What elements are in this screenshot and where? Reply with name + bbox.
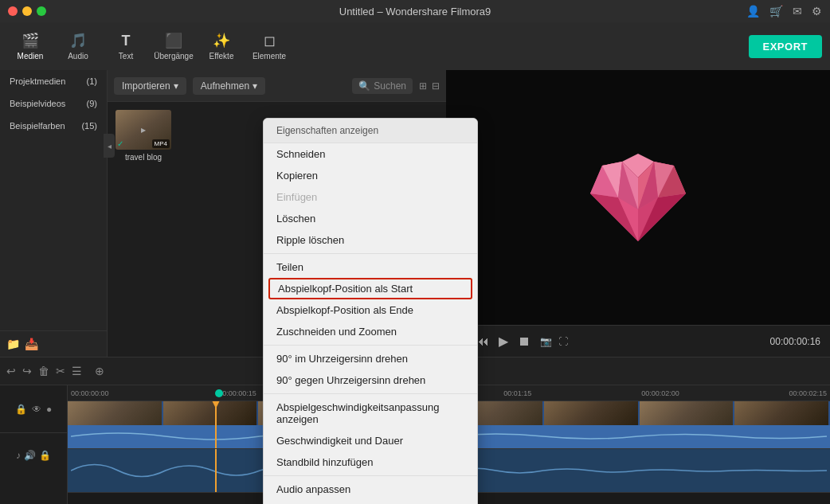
- media-toolbar: Importieren ▾ Aufnehmen ▾ 🔍 Suchen ⊞ ⊟: [108, 70, 446, 102]
- ctx-drehen-rechts[interactable]: 90° im Uhrzeigersinn drehen: [264, 348, 477, 369]
- eye2-icon[interactable]: ●: [46, 404, 52, 415]
- volume-icon[interactable]: 🔊: [24, 450, 36, 461]
- ctx-loeschen[interactable]: Löschen: [264, 208, 477, 229]
- record-button[interactable]: Aufnehmen ▾: [193, 77, 265, 95]
- ctx-start[interactable]: Abspielkopf-Position als Start: [268, 278, 472, 299]
- ctx-ripple-loeschen[interactable]: Ripple löschen: [264, 229, 477, 251]
- toolbar-medien[interactable]: 🎬 Medien: [8, 26, 53, 66]
- audio-icon: 🎵: [69, 32, 87, 49]
- left-panel-bottom: 📁 📥: [0, 330, 107, 357]
- fullscreen-icon[interactable]: ⛶: [558, 336, 568, 347]
- sidebar-beispielfarben-label: Beispielfarben: [10, 121, 65, 131]
- ctx-sep-2: [264, 345, 477, 346]
- trash-icon[interactable]: 🗑: [38, 365, 49, 377]
- video-playhead: [215, 401, 217, 448]
- preview-area: ⊣ ⏮ ▶ ⏹ 📷 ⛶ 00:00:00:16: [446, 70, 830, 357]
- ctx-audio-loeschen[interactable]: Audio loslösen: [264, 500, 477, 504]
- import-button[interactable]: Importieren ▾: [114, 77, 186, 95]
- filter-icon[interactable]: ⊞: [419, 80, 427, 92]
- add-track-icon[interactable]: ⊕: [95, 365, 104, 377]
- mail-icon[interactable]: ✉: [793, 5, 802, 18]
- maximize-button[interactable]: [37, 6, 46, 16]
- thumb-format-badge: MP4: [152, 139, 170, 148]
- toolbar-text-label: Text: [119, 52, 133, 61]
- cut-icon[interactable]: ✂: [56, 365, 65, 377]
- ruler-mark-0: 00:00:00:00: [71, 389, 109, 397]
- eye-icon[interactable]: 👁: [32, 404, 41, 415]
- ctx-sep-4: [264, 475, 477, 476]
- ctx-schneiden[interactable]: Schneiden: [264, 143, 477, 165]
- sidebar-projektmedien-count: (1): [87, 76, 97, 86]
- stop-icon[interactable]: ⏹: [518, 334, 530, 349]
- sidebar-item-projektmedien[interactable]: Projektmedien (1): [0, 70, 107, 92]
- toolbar-elemente[interactable]: ◻ Elemente: [247, 26, 292, 66]
- audio-note-icon[interactable]: ♪: [16, 450, 21, 461]
- ctx-zuschneiden[interactable]: Zuschneiden und Zoomen: [264, 321, 477, 342]
- export-button[interactable]: EXPORT: [749, 35, 822, 58]
- ruler-mark-4: 00:00:02:00: [641, 389, 679, 397]
- grid-icon[interactable]: ⊟: [432, 80, 440, 92]
- screenshot-icon[interactable]: 📷: [540, 336, 552, 347]
- ctx-audio-anpassen[interactable]: Audio anpassen: [264, 479, 477, 500]
- media-icons: ⊞ ⊟: [419, 80, 440, 92]
- preview-right-icons: 📷 ⛶: [540, 336, 568, 347]
- lock-icon[interactable]: 🔒: [15, 404, 27, 415]
- context-menu: Eigenschaften anzeigen Schneiden Kopiere…: [263, 118, 478, 504]
- ctx-geschw-anzeigen[interactable]: Abspielgeschwindigkeitsanpassung anzeige…: [264, 397, 477, 430]
- sidebar-projektmedien-label: Projektmedien: [10, 76, 65, 86]
- minimize-button[interactable]: [22, 6, 32, 16]
- toolbar-effekte[interactable]: ✨ Effekte: [199, 26, 244, 66]
- text-icon: T: [122, 33, 131, 49]
- audio-track-controls: ♪ 🔊 🔒: [0, 433, 67, 477]
- ctx-teilen[interactable]: Teilen: [264, 256, 477, 278]
- user-icon[interactable]: 👤: [746, 5, 760, 18]
- uebergaenge-icon: ⬛: [165, 32, 182, 49]
- toolbar-audio-label: Audio: [68, 52, 88, 61]
- redo-icon[interactable]: ↪: [22, 365, 32, 377]
- add-folder-icon[interactable]: 📁: [6, 338, 20, 350]
- sidebar-item-beispielfarben[interactable]: Beispielfarben (15): [0, 115, 107, 137]
- settings-icon[interactable]: ⚙: [812, 5, 822, 18]
- search-box: 🔍 Suchen: [352, 78, 413, 94]
- play-icon[interactable]: ▶: [499, 334, 508, 349]
- step-back-icon[interactable]: ⏮: [476, 334, 489, 349]
- ctx-ende[interactable]: Abspielkopf-Position als Ende: [264, 299, 477, 321]
- preview-content: [446, 70, 830, 325]
- ruler-playhead-dot: [215, 389, 223, 397]
- import-icon[interactable]: 📥: [25, 338, 38, 350]
- left-panel: Projektmedien (1) Beispielvideos (9) Bei…: [0, 70, 108, 357]
- preview-heart: [574, 138, 702, 257]
- toolbar-medien-label: Medien: [18, 52, 44, 61]
- sidebar-beispielvideos-label: Beispielvideos: [10, 99, 65, 108]
- undo-icon[interactable]: ↩: [6, 365, 16, 377]
- arrow-icon: ◂: [108, 142, 112, 150]
- ctx-sep-1: [264, 253, 477, 254]
- ctx-kopieren[interactable]: Kopieren: [264, 165, 477, 186]
- toolbar-text[interactable]: T Text: [104, 26, 148, 66]
- ctx-geschw-dauer[interactable]: Geschwindigkeit und Dauer: [264, 430, 477, 451]
- timeline-left: 🔒 👁 ● ♪ 🔊 🔒: [0, 385, 68, 504]
- ruler-mark-1: 00:00:00:15: [218, 389, 256, 397]
- media-thumb-travel[interactable]: ▶ MP4 ✓ travel blog: [115, 110, 171, 162]
- list-icon[interactable]: ☰: [72, 365, 82, 377]
- search-placeholder: Suchen: [374, 80, 406, 92]
- cart-icon[interactable]: 🛒: [769, 5, 783, 18]
- ctx-einfuegen: Einfügen: [264, 186, 477, 208]
- ruler-mark-3: 00:01:15: [503, 389, 531, 397]
- ctx-sep-3: [264, 393, 477, 394]
- titlebar: Untitled – Wondershare Filmora9 👤 🛒 ✉ ⚙: [0, 0, 830, 22]
- sidebar-item-beispielvideos[interactable]: Beispielvideos (9): [0, 92, 107, 115]
- preview-controls: ⊣ ⏮ ▶ ⏹ 📷 ⛶ 00:00:00:16: [446, 325, 830, 357]
- audio-lock-icon[interactable]: 🔒: [39, 450, 51, 461]
- toolbar-audio[interactable]: 🎵 Audio: [56, 26, 100, 66]
- ctx-drehen-links[interactable]: 90° gegen Uhrzeigersinn drehen: [264, 369, 477, 391]
- panel-collapse-arrow[interactable]: ◂: [104, 134, 115, 158]
- window-title: Untitled – Wondershare Filmora9: [339, 6, 491, 18]
- heart-svg: [574, 138, 702, 257]
- close-button[interactable]: [8, 6, 18, 16]
- toolbar-uebergaenge[interactable]: ⬛ Übergänge: [151, 26, 196, 66]
- toolbar-effekte-label: Effekte: [209, 52, 234, 61]
- sidebar-beispielvideos-count: (9): [87, 99, 97, 108]
- import-chevron-icon: ▾: [174, 80, 178, 92]
- ctx-standbild[interactable]: Standbild hinzufügen: [264, 451, 477, 473]
